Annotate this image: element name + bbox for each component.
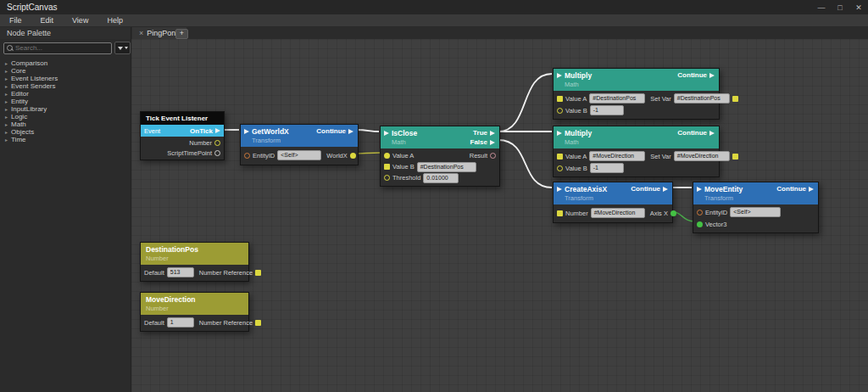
scripttimepoint-pin[interactable] — [214, 150, 220, 156]
maximize-icon[interactable]: □ — [831, 3, 849, 12]
palette-item-objects[interactable]: ▸Objects — [0, 128, 131, 136]
default-label: Default — [144, 269, 164, 277]
threshold-field[interactable]: 0.01000 — [423, 173, 459, 183]
reference-pin[interactable] — [255, 270, 261, 276]
add-tab-button[interactable]: + — [175, 29, 188, 39]
node-palette-header[interactable]: Node Palette — [0, 27, 131, 39]
filter-button[interactable] — [114, 42, 131, 54]
setvar-pin[interactable] — [732, 96, 738, 102]
valuea-field[interactable]: #DestinationPos — [589, 93, 645, 104]
graph-canvas[interactable]: Tick Event Listener Event OnTick Number … — [131, 39, 868, 392]
valueb-field[interactable]: -1 — [590, 105, 624, 115]
node-header: Multiply Math Continue — [554, 69, 719, 91]
minimize-icon[interactable]: — — [812, 3, 831, 12]
menu-file[interactable]: File — [0, 16, 31, 25]
node-getworldx[interactable]: GetWorldX Transform Continue EntityID <S… — [240, 124, 359, 165]
valueb-label: Value B — [565, 165, 587, 172]
node-palette-panel: ▸Comparison ▸Core ▸Event Listeners ▸Even… — [0, 39, 131, 392]
exec-in-pin[interactable] — [557, 187, 562, 192]
valuea-pin[interactable] — [384, 153, 390, 159]
event-row[interactable]: Event OnTick — [141, 125, 224, 137]
palette-item-logic[interactable]: ▸Logic — [0, 113, 131, 120]
menu-help[interactable]: Help — [97, 16, 132, 25]
search-box[interactable] — [3, 42, 112, 54]
close-icon[interactable]: ✕ — [849, 3, 868, 12]
node-title: Multiply — [565, 71, 592, 80]
entityid-pin[interactable] — [244, 153, 250, 159]
valuea-pin[interactable] — [557, 154, 563, 160]
node-multiply-destinationpos[interactable]: Multiply Math Continue Value A #Destinat… — [553, 68, 720, 120]
node-moveentity[interactable]: MoveEntity Transform Continue EntityID <… — [693, 182, 819, 233]
setvar-field[interactable]: #MoveDirection — [674, 151, 730, 161]
setvar-field[interactable]: #DestinationPos — [674, 93, 730, 104]
reference-pin[interactable] — [255, 320, 261, 326]
entityid-field[interactable]: <Self> — [277, 150, 321, 160]
axisx-pin[interactable] — [670, 210, 676, 216]
menu-edit[interactable]: Edit — [31, 16, 64, 25]
exec-in-pin[interactable] — [384, 131, 389, 136]
wire-getworldx-to-isclose[interactable] — [357, 130, 379, 132]
search-input[interactable] — [15, 44, 108, 52]
node-isclose[interactable]: IsClose Math True False — [380, 126, 500, 187]
node-tick-event-listener[interactable]: Tick Event Listener Event OnTick Number … — [140, 111, 225, 160]
valueb-pin[interactable] — [384, 164, 390, 170]
continue-exec-pin[interactable] — [809, 187, 814, 192]
continue-label: Continue — [316, 127, 346, 135]
vector3-pin[interactable] — [697, 221, 703, 227]
menu-view[interactable]: View — [63, 16, 97, 25]
exec-in-pin[interactable] — [557, 73, 562, 78]
result-pin[interactable] — [490, 153, 496, 159]
valueb-field[interactable]: #DestinationPos — [417, 162, 476, 172]
valueb-pin[interactable] — [557, 108, 563, 114]
wire-true-to-multiply-top[interactable] — [498, 74, 552, 132]
continue-exec-pin[interactable] — [663, 187, 668, 192]
exec-in-pin[interactable] — [697, 187, 702, 192]
node-header: CreateAxisX Transform Continue — [554, 182, 672, 204]
palette-item-event-senders[interactable]: ▸Event Senders — [0, 82, 131, 90]
default-field[interactable]: 513 — [167, 267, 194, 277]
threshold-pin[interactable] — [384, 175, 390, 181]
node-variable-movedirection[interactable]: MoveDirection Number Default 1 Number Re… — [140, 292, 249, 332]
continue-exec-pin[interactable] — [709, 131, 715, 136]
palette-item-comparison[interactable]: ▸Comparison — [0, 59, 131, 67]
palette-item-math[interactable]: ▸Math — [0, 120, 131, 128]
node-createaxisx[interactable]: CreateAxisX Transform Continue Number #M… — [553, 182, 673, 223]
ontick-exec-pin[interactable] — [215, 128, 220, 133]
entityid-field[interactable]: <Self> — [730, 207, 781, 217]
node-variable-destinationpos[interactable]: DestinationPos Number Default 513 Number… — [140, 242, 249, 282]
continue-exec-pin[interactable] — [348, 129, 353, 134]
palette-item-inputlibrary[interactable]: ▸InputLibrary — [0, 105, 131, 113]
palette-item-core[interactable]: ▸Core — [0, 67, 131, 75]
exec-in-pin[interactable] — [557, 131, 562, 136]
caret-icon: ▸ — [5, 107, 8, 112]
valuea-field[interactable]: #MoveDirection — [589, 151, 645, 161]
palette-item-event-listeners[interactable]: ▸Event Listeners — [0, 75, 131, 82]
node-subtitle: Number — [146, 305, 243, 312]
title-bar[interactable]: ScriptCanvas — □ ✕ — [0, 0, 868, 14]
setvar-pin[interactable] — [732, 154, 738, 160]
default-field[interactable]: 1 — [167, 317, 194, 328]
true-exec-pin[interactable] — [490, 131, 495, 136]
search-icon — [7, 45, 13, 51]
palette-item-editor[interactable]: ▸Editor — [0, 90, 131, 98]
valueb-field[interactable]: -1 — [590, 163, 624, 173]
number-field[interactable]: #MoveDirection — [591, 208, 645, 218]
entityid-pin[interactable] — [697, 210, 703, 216]
node-multiply-movedirection[interactable]: Multiply Math Continue Value A #MoveDire… — [553, 126, 720, 177]
caret-icon: ▸ — [5, 137, 8, 143]
valueb-pin[interactable] — [557, 165, 563, 171]
scriptcanvas-window: ScriptCanvas — □ ✕ File Edit View Help N… — [0, 0, 868, 392]
exec-in-pin[interactable] — [244, 129, 249, 134]
number-pin[interactable] — [214, 140, 220, 146]
continue-exec-pin[interactable] — [709, 73, 715, 78]
number-pin[interactable] — [557, 210, 563, 216]
wire-false-to-createaxisx[interactable] — [498, 140, 552, 188]
true-label: True — [473, 129, 487, 137]
false-exec-pin[interactable] — [490, 140, 495, 145]
palette-item-entity[interactable]: ▸Entity — [0, 98, 131, 105]
palette-item-time[interactable]: ▸Time — [0, 136, 131, 143]
tab-close-icon[interactable]: × — [139, 29, 143, 37]
palette-tree: ▸Comparison ▸Core ▸Event Listeners ▸Even… — [0, 59, 131, 143]
valuea-pin[interactable] — [557, 96, 563, 102]
worldx-pin[interactable] — [350, 153, 356, 159]
